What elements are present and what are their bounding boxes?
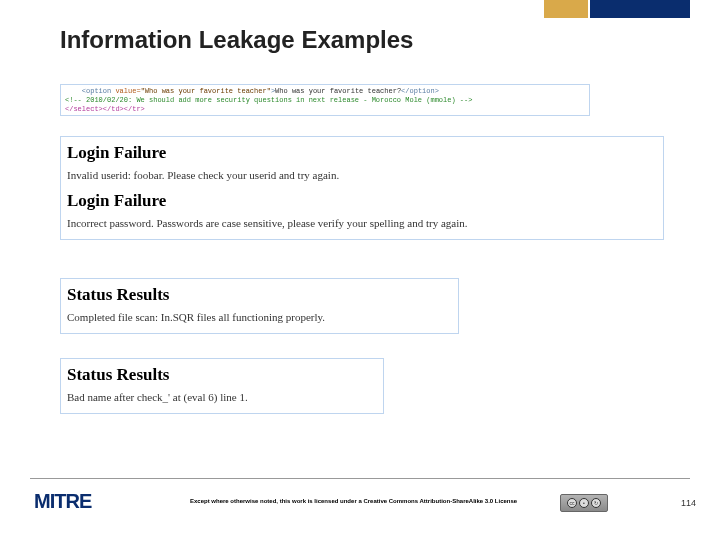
option-text: Who was your favorite teacher?	[275, 87, 401, 95]
cc-badge-icon: cc • ↻	[560, 494, 608, 512]
status-heading-1: Status Results	[67, 285, 452, 305]
code-line-3: </select></td></tr>	[65, 105, 585, 114]
login-failure-heading-1: Login Failure	[67, 143, 657, 163]
accent-gold	[544, 0, 588, 18]
tag-open: <option	[82, 87, 116, 95]
footer-divider	[30, 478, 690, 479]
code-line-1: <option value="Who was your favorite tea…	[65, 87, 585, 96]
code-line-2-comment: <!-- 2010/02/20: We should add more secu…	[65, 96, 585, 105]
license-text: Except where otherwise noted, this work …	[190, 498, 517, 504]
login-failure-msg-2: Incorrect password. Passwords are case s…	[67, 217, 657, 229]
attr-value: "Who was your favorite teacher"	[141, 87, 271, 95]
status-msg-2: Bad name after check_' at (eval 6) line …	[67, 391, 377, 403]
header-accent	[544, 0, 690, 18]
mitre-logo: MITRE	[34, 490, 91, 513]
status-msg-1: Completed file scan: In.SQR files all fu…	[67, 311, 452, 323]
login-failure-heading-2: Login Failure	[67, 191, 657, 211]
login-failure-box: Login Failure Invalid userid: foobar. Pl…	[60, 136, 664, 240]
cc-icon: cc	[567, 498, 577, 508]
tag-close: </option>	[401, 87, 439, 95]
by-icon: •	[579, 498, 589, 508]
status-heading-2: Status Results	[67, 365, 377, 385]
accent-blue	[590, 0, 690, 18]
attr-name: value=	[115, 87, 140, 95]
status-results-box-1: Status Results Completed file scan: In.S…	[60, 278, 459, 334]
page-number: 114	[681, 498, 696, 508]
sa-icon: ↻	[591, 498, 601, 508]
status-results-box-2: Status Results Bad name after check_' at…	[60, 358, 384, 414]
code-snippet-box: <option value="Who was your favorite tea…	[60, 84, 590, 116]
login-failure-msg-1: Invalid userid: foobar. Please check you…	[67, 169, 657, 181]
slide-title: Information Leakage Examples	[60, 26, 413, 54]
